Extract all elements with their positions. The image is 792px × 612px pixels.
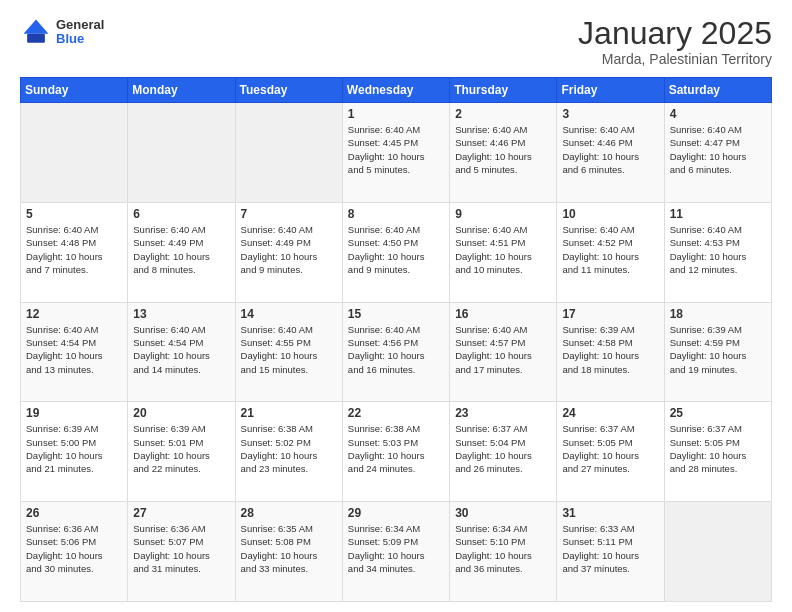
logo-blue-text: Blue [56,32,104,46]
table-row: 26Sunrise: 6:36 AM Sunset: 5:06 PM Dayli… [21,502,128,602]
day-number: 27 [133,506,229,520]
day-number: 18 [670,307,766,321]
day-info: Sunrise: 6:36 AM Sunset: 5:06 PM Dayligh… [26,522,122,575]
day-number: 15 [348,307,444,321]
day-number: 29 [348,506,444,520]
day-info: Sunrise: 6:40 AM Sunset: 4:46 PM Dayligh… [455,123,551,176]
header-wednesday: Wednesday [342,78,449,103]
day-info: Sunrise: 6:34 AM Sunset: 5:10 PM Dayligh… [455,522,551,575]
day-number: 16 [455,307,551,321]
day-info: Sunrise: 6:40 AM Sunset: 4:54 PM Dayligh… [133,323,229,376]
table-row: 28Sunrise: 6:35 AM Sunset: 5:08 PM Dayli… [235,502,342,602]
calendar-table: Sunday Monday Tuesday Wednesday Thursday… [20,77,772,602]
day-info: Sunrise: 6:40 AM Sunset: 4:48 PM Dayligh… [26,223,122,276]
calendar-week-row: 1Sunrise: 6:40 AM Sunset: 4:45 PM Daylig… [21,103,772,203]
table-row: 23Sunrise: 6:37 AM Sunset: 5:04 PM Dayli… [450,402,557,502]
header-saturday: Saturday [664,78,771,103]
day-number: 8 [348,207,444,221]
day-info: Sunrise: 6:40 AM Sunset: 4:57 PM Dayligh… [455,323,551,376]
calendar-week-row: 19Sunrise: 6:39 AM Sunset: 5:00 PM Dayli… [21,402,772,502]
table-row: 12Sunrise: 6:40 AM Sunset: 4:54 PM Dayli… [21,302,128,402]
subtitle: Marda, Palestinian Territory [578,51,772,67]
day-number: 3 [562,107,658,121]
table-row: 6Sunrise: 6:40 AM Sunset: 4:49 PM Daylig… [128,202,235,302]
table-row: 31Sunrise: 6:33 AM Sunset: 5:11 PM Dayli… [557,502,664,602]
day-number: 19 [26,406,122,420]
header-friday: Friday [557,78,664,103]
day-number: 22 [348,406,444,420]
table-row: 10Sunrise: 6:40 AM Sunset: 4:52 PM Dayli… [557,202,664,302]
table-row: 13Sunrise: 6:40 AM Sunset: 4:54 PM Dayli… [128,302,235,402]
day-info: Sunrise: 6:39 AM Sunset: 4:59 PM Dayligh… [670,323,766,376]
day-number: 1 [348,107,444,121]
day-info: Sunrise: 6:33 AM Sunset: 5:11 PM Dayligh… [562,522,658,575]
day-number: 21 [241,406,337,420]
day-number: 31 [562,506,658,520]
day-info: Sunrise: 6:40 AM Sunset: 4:52 PM Dayligh… [562,223,658,276]
day-number: 23 [455,406,551,420]
day-number: 20 [133,406,229,420]
day-number: 6 [133,207,229,221]
day-number: 12 [26,307,122,321]
day-info: Sunrise: 6:40 AM Sunset: 4:46 PM Dayligh… [562,123,658,176]
table-row: 20Sunrise: 6:39 AM Sunset: 5:01 PM Dayli… [128,402,235,502]
table-row: 29Sunrise: 6:34 AM Sunset: 5:09 PM Dayli… [342,502,449,602]
header-thursday: Thursday [450,78,557,103]
day-number: 17 [562,307,658,321]
table-row [235,103,342,203]
day-info: Sunrise: 6:39 AM Sunset: 5:01 PM Dayligh… [133,422,229,475]
day-info: Sunrise: 6:37 AM Sunset: 5:04 PM Dayligh… [455,422,551,475]
table-row: 17Sunrise: 6:39 AM Sunset: 4:58 PM Dayli… [557,302,664,402]
day-info: Sunrise: 6:38 AM Sunset: 5:02 PM Dayligh… [241,422,337,475]
table-row: 4Sunrise: 6:40 AM Sunset: 4:47 PM Daylig… [664,103,771,203]
header: General Blue January 2025 Marda, Palesti… [20,16,772,67]
calendar-week-row: 12Sunrise: 6:40 AM Sunset: 4:54 PM Dayli… [21,302,772,402]
day-info: Sunrise: 6:40 AM Sunset: 4:47 PM Dayligh… [670,123,766,176]
main-title: January 2025 [578,16,772,51]
day-number: 14 [241,307,337,321]
day-number: 28 [241,506,337,520]
day-info: Sunrise: 6:40 AM Sunset: 4:50 PM Dayligh… [348,223,444,276]
table-row: 25Sunrise: 6:37 AM Sunset: 5:05 PM Dayli… [664,402,771,502]
day-info: Sunrise: 6:40 AM Sunset: 4:53 PM Dayligh… [670,223,766,276]
table-row: 15Sunrise: 6:40 AM Sunset: 4:56 PM Dayli… [342,302,449,402]
header-monday: Monday [128,78,235,103]
table-row: 30Sunrise: 6:34 AM Sunset: 5:10 PM Dayli… [450,502,557,602]
day-number: 2 [455,107,551,121]
day-info: Sunrise: 6:39 AM Sunset: 5:00 PM Dayligh… [26,422,122,475]
logo-general-text: General [56,18,104,32]
day-info: Sunrise: 6:40 AM Sunset: 4:49 PM Dayligh… [241,223,337,276]
day-info: Sunrise: 6:40 AM Sunset: 4:49 PM Dayligh… [133,223,229,276]
day-number: 5 [26,207,122,221]
table-row [128,103,235,203]
day-info: Sunrise: 6:40 AM Sunset: 4:54 PM Dayligh… [26,323,122,376]
day-number: 9 [455,207,551,221]
day-info: Sunrise: 6:38 AM Sunset: 5:03 PM Dayligh… [348,422,444,475]
svg-marker-0 [24,20,49,34]
day-info: Sunrise: 6:40 AM Sunset: 4:45 PM Dayligh… [348,123,444,176]
day-info: Sunrise: 6:37 AM Sunset: 5:05 PM Dayligh… [562,422,658,475]
table-row [664,502,771,602]
logo: General Blue [20,16,104,48]
title-section: January 2025 Marda, Palestinian Territor… [578,16,772,67]
day-number: 25 [670,406,766,420]
day-info: Sunrise: 6:35 AM Sunset: 5:08 PM Dayligh… [241,522,337,575]
day-info: Sunrise: 6:40 AM Sunset: 4:56 PM Dayligh… [348,323,444,376]
calendar-week-row: 26Sunrise: 6:36 AM Sunset: 5:06 PM Dayli… [21,502,772,602]
page: General Blue January 2025 Marda, Palesti… [0,0,792,612]
table-row: 3Sunrise: 6:40 AM Sunset: 4:46 PM Daylig… [557,103,664,203]
table-row: 14Sunrise: 6:40 AM Sunset: 4:55 PM Dayli… [235,302,342,402]
calendar-week-row: 5Sunrise: 6:40 AM Sunset: 4:48 PM Daylig… [21,202,772,302]
table-row: 16Sunrise: 6:40 AM Sunset: 4:57 PM Dayli… [450,302,557,402]
day-number: 30 [455,506,551,520]
table-row: 27Sunrise: 6:36 AM Sunset: 5:07 PM Dayli… [128,502,235,602]
day-number: 4 [670,107,766,121]
day-number: 7 [241,207,337,221]
table-row: 22Sunrise: 6:38 AM Sunset: 5:03 PM Dayli… [342,402,449,502]
table-row: 8Sunrise: 6:40 AM Sunset: 4:50 PM Daylig… [342,202,449,302]
logo-icon [20,16,52,48]
table-row: 1Sunrise: 6:40 AM Sunset: 4:45 PM Daylig… [342,103,449,203]
day-number: 26 [26,506,122,520]
day-number: 13 [133,307,229,321]
header-tuesday: Tuesday [235,78,342,103]
